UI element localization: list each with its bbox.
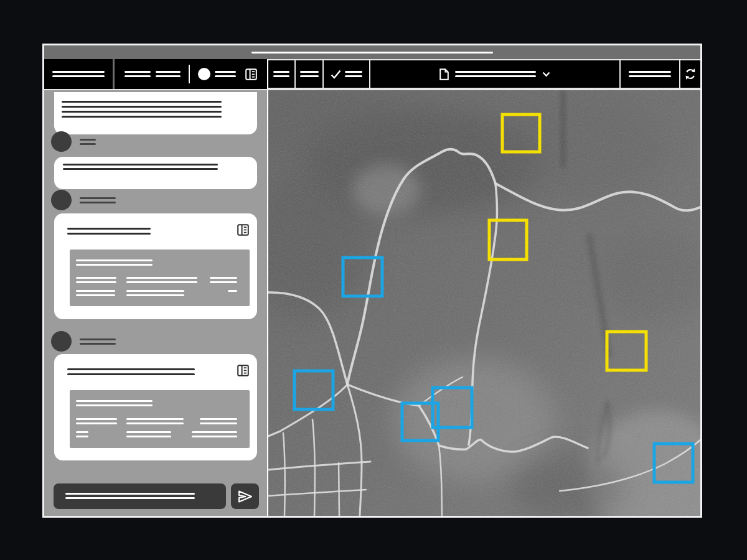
detail-card[interactable] [54,213,257,319]
map-road [339,463,339,516]
map-status-button[interactable] [621,60,679,88]
layer-select-dropdown[interactable] [370,60,619,88]
chat-input[interactable] [54,483,226,509]
message-meta [51,190,116,210]
dropdown-value-placeholder [455,71,536,77]
sort-button[interactable] [156,71,181,77]
document-icon [439,68,449,80]
sidebar-toolbar [44,59,267,89]
refresh-button[interactable] [680,60,700,88]
sidebar-title-button[interactable] [44,59,113,89]
status-dot [198,68,210,80]
toolbar [44,59,700,89]
map-tool-button-1[interactable] [268,60,294,88]
send-icon [237,489,253,504]
map-canvas[interactable] [268,90,700,516]
detail-card[interactable] [54,354,257,460]
detail-table-placeholder [70,390,250,448]
map-tool-button-2[interactable] [296,60,322,88]
address-bar-placeholder[interactable] [251,52,493,54]
chevron-down-icon [542,72,550,77]
titlebar [44,45,700,59]
avatar[interactable] [51,131,72,152]
panel-expand-icon[interactable] [237,365,249,376]
detail-table-placeholder [70,250,250,306]
panel-layout-icon[interactable] [245,68,257,80]
send-button[interactable] [231,483,259,509]
panel-expand-icon[interactable] [237,224,249,236]
app-window [42,44,702,518]
message-meta [51,131,96,152]
user-label-placeholder [215,71,236,77]
message-card[interactable] [54,157,257,189]
select-all-button[interactable] [324,60,369,88]
filter-button[interactable] [125,71,151,77]
avatar[interactable] [51,331,72,352]
avatar[interactable] [51,190,72,210]
title-text-placeholder [52,71,105,77]
card-title-placeholder [67,368,195,378]
satellite-map [268,90,700,516]
sidebar-controls [115,59,267,89]
check-icon [331,70,341,79]
input-placeholder-lines [65,493,195,499]
toolbar-divider [189,65,190,83]
chat-input-row [54,483,259,509]
message-card[interactable] [54,92,257,134]
message-meta [51,331,116,352]
card-title-placeholder [67,228,151,238]
map-toolbar [268,59,700,89]
refresh-icon [684,68,697,80]
chat-sidebar [44,90,267,516]
